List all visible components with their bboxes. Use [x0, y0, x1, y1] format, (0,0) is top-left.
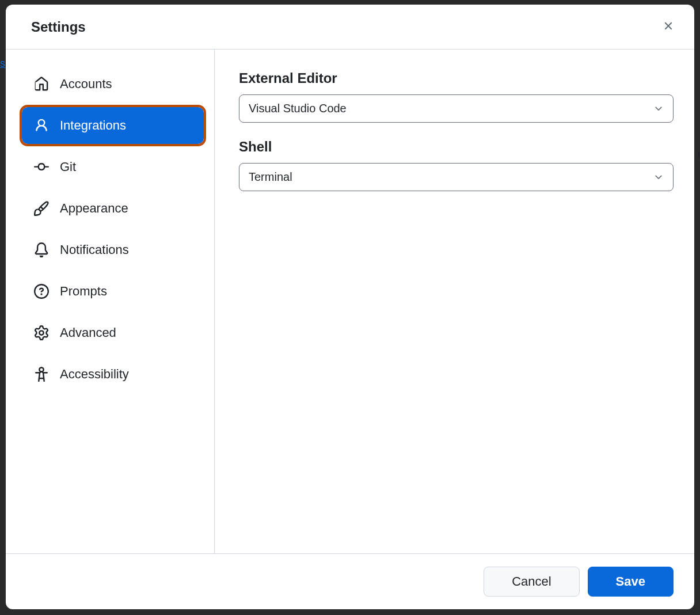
- chevron-down-icon: [653, 172, 664, 183]
- gear-icon: [33, 325, 50, 341]
- modal-header: Settings: [6, 5, 694, 50]
- sidebar-item-accounts[interactable]: Accounts: [22, 66, 204, 102]
- background-text-fragment: i: [698, 149, 700, 161]
- sidebar-item-integrations[interactable]: Integrations: [22, 107, 204, 144]
- sidebar-item-label: Notifications: [60, 242, 129, 257]
- modal-body: Accounts Integrations Git Appearance: [6, 50, 694, 553]
- sidebar-item-accessibility[interactable]: Accessibility: [22, 356, 204, 393]
- external-editor-select[interactable]: Visual Studio Code: [239, 94, 674, 123]
- sidebar-item-appearance[interactable]: Appearance: [22, 190, 204, 227]
- modal-footer: Cancel Save: [6, 553, 694, 609]
- accessibility-icon: [33, 366, 50, 382]
- settings-modal: Settings Accounts Integrations: [6, 5, 694, 609]
- shell-value: Terminal: [249, 170, 292, 184]
- sidebar-item-notifications[interactable]: Notifications: [22, 231, 204, 268]
- shell-select[interactable]: Terminal: [239, 163, 674, 191]
- person-icon: [33, 117, 50, 134]
- git-commit-icon: [33, 159, 50, 175]
- save-button[interactable]: Save: [588, 567, 674, 597]
- settings-content: External Editor Visual Studio Code Shell…: [215, 50, 694, 553]
- settings-sidebar: Accounts Integrations Git Appearance: [6, 50, 215, 553]
- sidebar-item-label: Appearance: [60, 201, 128, 216]
- cancel-button[interactable]: Cancel: [484, 567, 579, 597]
- paintbrush-icon: [33, 200, 50, 217]
- sidebar-item-git[interactable]: Git: [22, 149, 204, 185]
- bell-icon: [33, 242, 50, 258]
- sidebar-item-label: Advanced: [60, 325, 116, 340]
- sidebar-item-label: Prompts: [60, 284, 107, 299]
- question-icon: [33, 283, 50, 299]
- modal-title: Settings: [31, 19, 86, 35]
- chevron-down-icon: [653, 104, 664, 114]
- sidebar-item-advanced[interactable]: Advanced: [22, 314, 204, 351]
- sidebar-item-label: Integrations: [60, 118, 126, 133]
- close-icon: [662, 20, 675, 34]
- shell-group: Shell Terminal: [239, 139, 674, 191]
- shell-label: Shell: [239, 139, 674, 155]
- home-icon: [33, 76, 50, 92]
- sidebar-item-label: Accounts: [60, 77, 112, 92]
- sidebar-item-label: Accessibility: [60, 367, 129, 382]
- sidebar-item-prompts[interactable]: Prompts: [22, 273, 204, 310]
- external-editor-group: External Editor Visual Studio Code: [239, 70, 674, 123]
- sidebar-item-label: Git: [60, 160, 76, 174]
- external-editor-label: External Editor: [239, 70, 674, 86]
- external-editor-value: Visual Studio Code: [249, 102, 347, 115]
- close-button[interactable]: [659, 16, 678, 37]
